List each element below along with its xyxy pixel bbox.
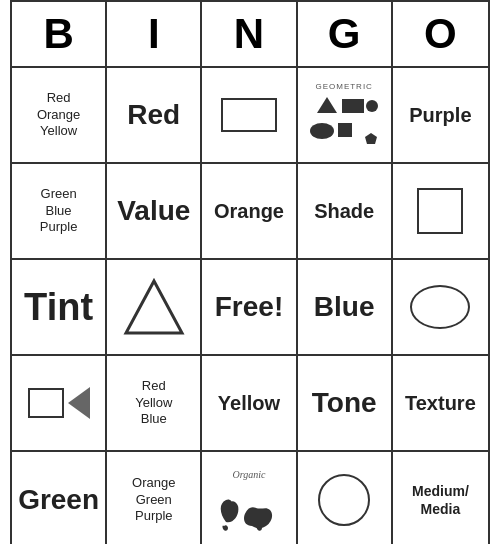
- cell-r0c0: RedOrangeYellow: [12, 68, 107, 164]
- letter-i: I: [107, 2, 202, 66]
- svg-marker-5: [365, 133, 377, 144]
- cell-r3c2: Yellow: [202, 356, 297, 452]
- cell-r0c3: GEOMETRIC: [298, 68, 393, 164]
- geometric-shapes-svg: [309, 95, 379, 149]
- cell-r2c0: Tint: [12, 260, 107, 356]
- svg-point-3: [310, 123, 334, 139]
- cell-r4c4: Medium/Media: [393, 452, 488, 544]
- ellipse-shape: [410, 285, 470, 329]
- cell-r0c1: Red: [107, 68, 202, 164]
- cell-r4c1: OrangeGreenPurple: [107, 452, 202, 544]
- chevron-left-shape: [68, 387, 90, 419]
- circle-shape: [318, 474, 370, 526]
- rectangle-shape: [221, 98, 277, 132]
- cell-r1c4: [393, 164, 488, 260]
- svg-marker-0: [317, 97, 337, 113]
- bingo-card: B I N G O RedOrangeYellow Red GEOMETRIC: [10, 0, 490, 544]
- bingo-grid: RedOrangeYellow Red GEOMETRIC: [12, 68, 488, 544]
- cell-r1c3: Shade: [298, 164, 393, 260]
- cell-r3c4: Texture: [393, 356, 488, 452]
- cell-r2c1: [107, 260, 202, 356]
- triangle-shape-svg: [122, 277, 186, 337]
- cell-r3c1: RedYellowBlue: [107, 356, 202, 452]
- cell-r1c0: GreenBluePurple: [12, 164, 107, 260]
- cell-r0c2: [202, 68, 297, 164]
- organic-shapes-svg: [216, 484, 282, 532]
- letter-o: O: [393, 2, 488, 66]
- cell-r2c2-free: Free!: [202, 260, 297, 356]
- small-square-shape: [28, 388, 64, 418]
- cell-r1c2: Orange: [202, 164, 297, 260]
- svg-rect-4: [338, 123, 352, 137]
- cell-r2c4: [393, 260, 488, 356]
- cell-r4c2: Organic: [202, 452, 297, 544]
- bingo-header: B I N G O: [12, 2, 488, 68]
- svg-rect-1: [342, 99, 364, 113]
- square-shape: [417, 188, 463, 234]
- cell-r4c3: [298, 452, 393, 544]
- cell-r3c0: [12, 356, 107, 452]
- cell-r0c4: Purple: [393, 68, 488, 164]
- letter-n: N: [202, 2, 297, 66]
- cell-r3c3: Tone: [298, 356, 393, 452]
- cell-r1c1: Value: [107, 164, 202, 260]
- svg-point-2: [366, 100, 378, 112]
- cell-r2c3: Blue: [298, 260, 393, 356]
- cell-r4c0: Green: [12, 452, 107, 544]
- letter-b: B: [12, 2, 107, 66]
- svg-marker-6: [126, 281, 182, 333]
- letter-g: G: [298, 2, 393, 66]
